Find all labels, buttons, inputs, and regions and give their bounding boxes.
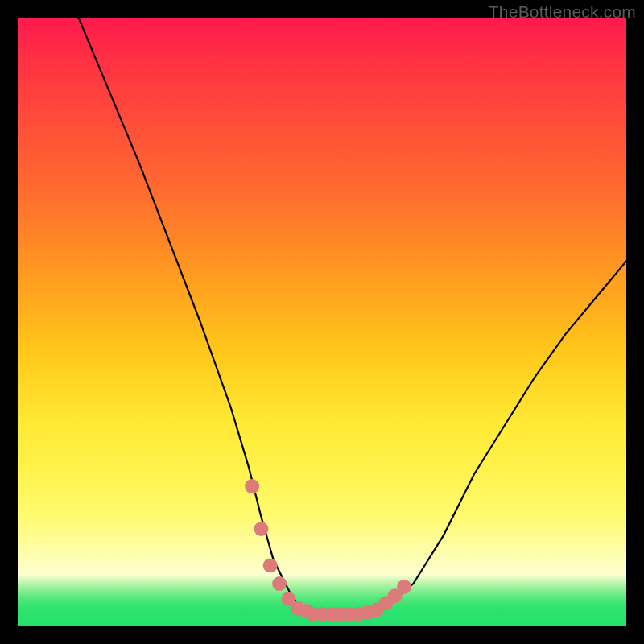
marker-dot (245, 479, 259, 493)
chart-svg (18, 18, 626, 626)
chart-frame: TheBottleneck.com (0, 0, 644, 644)
watermark-text: TheBottleneck.com (489, 2, 636, 22)
marker-dot (272, 576, 287, 591)
marker-dot (263, 558, 278, 572)
marker-dot (397, 580, 411, 594)
curve-series (79, 18, 626, 614)
marker-dot (254, 522, 268, 536)
chart-plot-area (18, 18, 626, 626)
